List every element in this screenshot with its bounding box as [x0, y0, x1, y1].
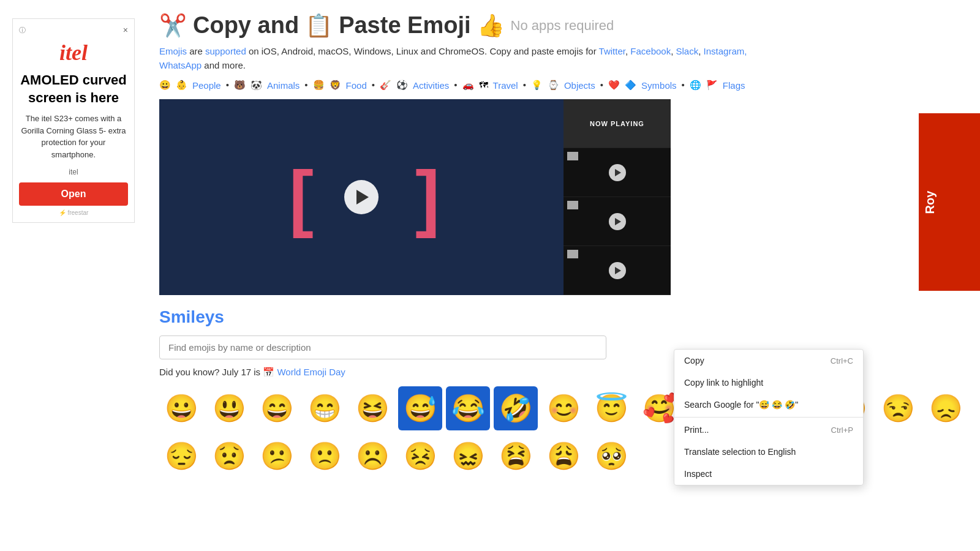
ad-close-button[interactable]: × — [123, 25, 128, 35]
emoji-item-9[interactable]: 😇 — [589, 386, 633, 430]
thumb-img-3 — [567, 201, 578, 209]
ad-logo: itel — [19, 40, 128, 66]
emoji-item-26[interactable]: 🥺 — [589, 434, 633, 478]
emoji-item-7[interactable]: 🤣 — [494, 386, 538, 430]
twitter-link[interactable]: Twitter — [599, 46, 625, 56]
cat-emoji-flags2: 🚩 — [706, 80, 718, 91]
cat-emoji-animals2: 🐼 — [251, 80, 262, 91]
category-food-link[interactable]: Food — [346, 80, 367, 91]
thumb-4[interactable] — [564, 246, 671, 295]
emoji-item-15[interactable]: 😒 — [876, 386, 920, 430]
cat-emoji-travel1: 🚗 — [462, 80, 474, 91]
context-menu-item-1[interactable]: Copy link to highlight — [674, 372, 863, 394]
thumb-img-4 — [567, 250, 578, 258]
whatsapp-link[interactable]: WhatsApp — [159, 60, 202, 70]
emoji-item-25[interactable]: 😩 — [541, 434, 586, 478]
world-emoji-day-link[interactable]: World Emoji Day — [277, 367, 345, 377]
thumb-play-4[interactable] — [609, 262, 626, 279]
emoji-search-input[interactable] — [159, 335, 606, 359]
category-travel-link[interactable]: Travel — [493, 80, 518, 91]
slack-link[interactable]: Slack — [676, 46, 699, 56]
emoji-item-6[interactable]: 😂 — [446, 386, 490, 430]
smileys-section-title: Smileys — [159, 307, 968, 327]
instagram-link[interactable]: Instagram, — [704, 46, 747, 56]
ad-info-icon: ⓘ — [19, 26, 26, 35]
category-symbols-link[interactable]: Symbols — [641, 80, 677, 91]
context-menu-label-5: Inspect — [684, 469, 712, 479]
emoji-item-8[interactable]: 😊 — [541, 386, 586, 430]
context-menu-item-4[interactable]: Translate selection to English — [674, 441, 863, 463]
right-ad: Roy — [919, 113, 980, 291]
category-objects-link[interactable]: Objects — [564, 80, 595, 91]
cat-emoji-food2: 🦁 — [330, 80, 341, 91]
ad-logo-text: itel — [59, 40, 88, 65]
context-menu-label-3: Print... — [684, 425, 709, 435]
context-menu[interactable]: CopyCtrl+CCopy link to highlightSearch G… — [674, 349, 864, 485]
cat-emoji-people1: 😀 — [159, 80, 171, 91]
cat-emoji-activities2: ⚽ — [396, 80, 408, 91]
video-thumbnails: NOW PLAYING — [564, 99, 671, 295]
cat-emoji-people2: 👶 — [176, 80, 187, 91]
scissors-emoji: ✂️ — [159, 13, 187, 39]
category-activities-link[interactable]: Activities — [413, 80, 449, 91]
thumb-3[interactable] — [564, 197, 671, 246]
emoji-item-22[interactable]: 😣 — [398, 434, 442, 478]
emoji-item-18[interactable]: 😟 — [207, 434, 251, 478]
play-button[interactable] — [344, 180, 379, 214]
thumb-2[interactable] — [564, 148, 671, 197]
cat-emoji-objects1: 💡 — [531, 80, 543, 91]
ad-brand: itel — [19, 168, 128, 176]
context-menu-item-0[interactable]: CopyCtrl+C — [674, 350, 863, 372]
category-people-link[interactable]: People — [192, 80, 221, 91]
emoji-item-24[interactable]: 😫 — [494, 434, 538, 478]
context-menu-item-5[interactable]: Inspect — [674, 463, 863, 485]
emojis-link[interactable]: Emojis — [159, 46, 187, 56]
bracket-right: ] — [415, 160, 434, 234]
ad-body: The itel S23+ comes with a Gorilla Corni… — [19, 113, 128, 160]
emoji-item-4[interactable]: 😆 — [350, 386, 394, 430]
page-title-area: ✂️ Copy and 📋 Paste Emoji 👍 No apps requ… — [159, 12, 968, 39]
emoji-item-0[interactable]: 😀 — [159, 386, 203, 430]
thumb-play-3[interactable] — [609, 213, 626, 230]
emoji-item-17[interactable]: 😔 — [159, 434, 203, 478]
context-menu-label-0: Copy — [684, 356, 704, 365]
emoji-item-1[interactable]: 😃 — [207, 386, 251, 430]
cat-emoji-travel2: 🗺 — [479, 80, 488, 91]
facebook-link[interactable]: Facebook — [630, 46, 671, 56]
thumb-now-playing[interactable]: NOW PLAYING — [564, 99, 671, 148]
emoji-item-5[interactable]: 😅 — [398, 386, 442, 430]
video-player[interactable]: [ ] — [159, 99, 564, 295]
context-menu-item-2[interactable]: Search Google for "😅 😂 🤣" — [674, 394, 863, 416]
now-playing-label: NOW PLAYING — [590, 120, 644, 127]
context-menu-label-4: Translate selection to English — [684, 447, 796, 457]
bracket-left: [ — [289, 160, 307, 234]
category-flags-link[interactable]: Flags — [723, 80, 745, 91]
context-menu-label-1: Copy link to highlight — [684, 378, 763, 388]
page-description: Emojis are supported on iOS, Android, ma… — [159, 45, 968, 72]
subtitle-text: No apps required — [511, 18, 614, 34]
context-menu-label-2: Search Google for "😅 😂 🤣" — [684, 400, 798, 410]
emoji-item-2[interactable]: 😄 — [255, 386, 299, 430]
ad-freestar: ⚡ freestar — [19, 209, 128, 216]
emoji-item-23[interactable]: 😖 — [446, 434, 490, 478]
right-ad-text: Roy — [923, 190, 937, 214]
emoji-item-20[interactable]: 🙁 — [303, 434, 347, 478]
thumb-img-2 — [567, 152, 578, 160]
copy-text: Copy and — [193, 12, 299, 39]
context-menu-divider-3 — [674, 417, 863, 418]
supported-link[interactable]: supported — [205, 46, 246, 56]
paste-text: Paste Emoji — [339, 12, 470, 39]
emoji-item-21[interactable]: ☹️ — [350, 434, 394, 478]
cat-emoji-flags1: 🌐 — [690, 80, 701, 91]
cat-emoji-activities1: 🎸 — [380, 80, 391, 91]
emoji-item-16[interactable]: 😞 — [924, 386, 968, 430]
ad-open-button[interactable]: Open — [19, 182, 128, 206]
thumb-play-2[interactable] — [609, 164, 626, 181]
emoji-item-19[interactable]: 😕 — [255, 434, 299, 478]
emoji-item-3[interactable]: 😁 — [303, 386, 347, 430]
context-menu-item-3[interactable]: Print...Ctrl+P — [674, 419, 863, 441]
context-menu-shortcut-3: Ctrl+P — [831, 425, 853, 435]
ad-sidebar: ⓘ × itel AMOLED curved screen is here Th… — [12, 18, 135, 223]
category-animals-link[interactable]: Animals — [267, 80, 300, 91]
video-brackets: [ ] — [289, 160, 434, 234]
